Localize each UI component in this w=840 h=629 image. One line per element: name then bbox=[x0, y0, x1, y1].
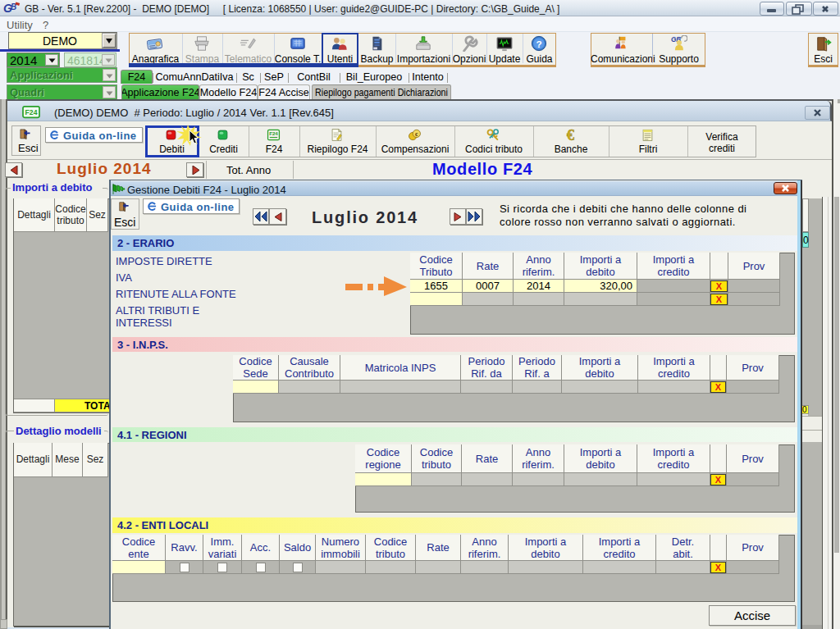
svg-text:F24: F24 bbox=[25, 108, 38, 116]
svg-text:?: ? bbox=[536, 39, 541, 50]
svg-text:F24: F24 bbox=[269, 130, 278, 136]
svg-text:€: € bbox=[415, 131, 418, 137]
svg-text:€: € bbox=[567, 128, 575, 142]
